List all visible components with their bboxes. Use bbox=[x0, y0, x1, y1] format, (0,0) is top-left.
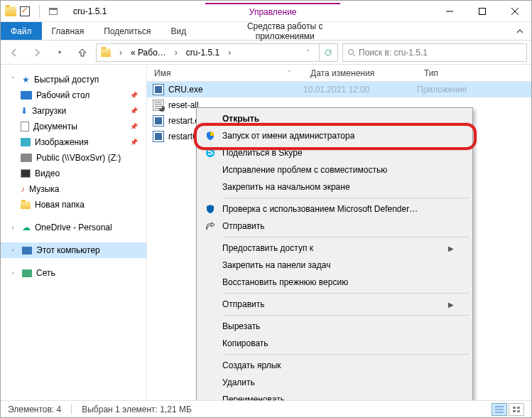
pin-icon: 📌 bbox=[130, 92, 138, 99]
maximize-button[interactable] bbox=[466, 1, 499, 22]
breadcrumb-sep[interactable] bbox=[170, 48, 182, 58]
documents-icon bbox=[21, 122, 29, 132]
minimize-button[interactable] bbox=[433, 1, 466, 22]
menu-run-as-admin[interactable]: Запуск от имени администратора bbox=[198, 127, 471, 144]
address-bar: ▾ « Рабо… cru-1.5.1 ˅ Поиск в: cru-1.5.1 bbox=[1, 41, 531, 65]
sidebar-item-documents[interactable]: Документы📌 bbox=[1, 119, 146, 134]
exe-icon bbox=[153, 115, 164, 127]
svg-rect-13 bbox=[513, 410, 516, 412]
batch-icon bbox=[153, 100, 164, 111]
breadcrumb-seg1[interactable]: « Рабо… bbox=[128, 48, 169, 58]
share-icon bbox=[204, 220, 217, 232]
svg-rect-1 bbox=[479, 8, 486, 14]
nav-forward-button[interactable] bbox=[28, 43, 46, 62]
star-icon: ★ bbox=[22, 75, 30, 85]
sidebar-item-newfolder[interactable]: Новая папка bbox=[1, 197, 146, 213]
status-item-count: Элементов: 4 bbox=[8, 404, 61, 414]
ribbon-collapse-icon[interactable] bbox=[509, 22, 531, 40]
sidebar-this-pc[interactable]: ›Этот компьютер bbox=[1, 242, 146, 258]
folder-icon bbox=[5, 6, 16, 17]
desktop-icon bbox=[21, 91, 32, 100]
sidebar-item-downloads[interactable]: ⬇Загрузки📌 bbox=[1, 103, 146, 119]
pictures-icon bbox=[21, 138, 31, 146]
status-bar: Элементов: 4 Выбран 1 элемент: 1,21 МБ bbox=[1, 400, 531, 417]
breadcrumb-sep[interactable] bbox=[115, 48, 126, 58]
sidebar-item-videos[interactable]: Видео bbox=[1, 166, 146, 181]
file-row[interactable]: CRU.exe 10.01.2021 12:00 Приложение bbox=[147, 82, 531, 97]
column-name[interactable]: Имя˄ bbox=[147, 68, 303, 78]
menu-give-access[interactable]: Предоставить доступ к▶ bbox=[198, 240, 471, 257]
view-details-button[interactable] bbox=[492, 403, 507, 416]
defender-icon bbox=[204, 203, 217, 215]
qat-separator bbox=[33, 6, 45, 17]
context-menu: Открыть Запуск от имени администратора S… bbox=[196, 107, 473, 418]
menu-create-shortcut[interactable]: Создать ярлык bbox=[198, 357, 471, 374]
breadcrumb-dropdown-icon[interactable]: ˅ bbox=[299, 43, 317, 62]
nav-recent-dropdown[interactable]: ▾ bbox=[50, 43, 69, 62]
svg-text:S: S bbox=[207, 148, 213, 157]
menu-open[interactable]: Открыть bbox=[198, 110, 471, 127]
tab-home[interactable]: Главная bbox=[42, 22, 94, 40]
tab-share[interactable]: Поделиться bbox=[94, 22, 161, 40]
sidebar-item-pictures[interactable]: Изображения📌 bbox=[1, 134, 146, 150]
breadcrumb-box[interactable]: « Рабо… cru-1.5.1 ˅ bbox=[96, 43, 338, 62]
sidebar-quick-access[interactable]: ˅★Быстрый доступ bbox=[1, 72, 146, 87]
menu-delete[interactable]: Удалить bbox=[198, 374, 471, 391]
menu-pin-taskbar[interactable]: Закрепить на панели задач bbox=[198, 257, 471, 274]
sidebar-item-desktop[interactable]: Рабочий стол📌 bbox=[1, 87, 146, 103]
search-input[interactable]: Поиск в: cru-1.5.1 bbox=[342, 43, 527, 62]
svg-point-4 bbox=[349, 49, 354, 54]
breadcrumb-seg2[interactable]: cru-1.5.1 bbox=[183, 48, 222, 58]
qat-dropdown-icon[interactable] bbox=[48, 6, 59, 17]
menu-share[interactable]: Отправить bbox=[198, 218, 471, 235]
menu-pin-start[interactable]: Закрепить на начальном экране bbox=[198, 178, 471, 195]
music-icon: ♪ bbox=[21, 184, 25, 194]
network-drive-icon bbox=[21, 154, 32, 162]
navigation-pane: ˅★Быстрый доступ Рабочий стол📌 ⬇Загрузки… bbox=[1, 65, 147, 400]
breadcrumb-root-icon[interactable] bbox=[98, 48, 114, 57]
breadcrumb-sep[interactable] bbox=[224, 48, 235, 58]
svg-rect-12 bbox=[517, 407, 520, 409]
menu-restore-previous[interactable]: Восстановить прежнюю версию bbox=[198, 274, 471, 291]
menu-separator bbox=[222, 315, 469, 316]
menu-separator bbox=[222, 354, 469, 355]
close-button[interactable] bbox=[499, 1, 531, 22]
window-title: cru-1.5.1 bbox=[67, 6, 112, 16]
sidebar-item-public[interactable]: Public (\\VBoxSvr) (Z:) bbox=[1, 150, 146, 166]
exe-icon bbox=[153, 131, 164, 142]
ribbon-tabs: Файл Главная Поделиться Вид Средства раб… bbox=[1, 22, 531, 41]
menu-compat-troubleshoot[interactable]: Исправление проблем с совместимостью bbox=[198, 161, 471, 178]
exe-icon bbox=[153, 84, 164, 95]
column-headers: Имя˄ Дата изменения Тип bbox=[147, 65, 531, 82]
title-bar: cru-1.5.1 Управление bbox=[1, 1, 531, 22]
sidebar-network[interactable]: ›Сеть bbox=[1, 265, 146, 281]
menu-defender-scan[interactable]: Проверка с использованием Microsoft Defe… bbox=[198, 200, 471, 218]
manage-contextual-tab[interactable]: Управление bbox=[205, 3, 340, 19]
sort-indicator-icon: ˄ bbox=[288, 70, 291, 76]
svg-rect-14 bbox=[517, 410, 520, 412]
nav-back-button[interactable] bbox=[5, 43, 23, 62]
pc-icon bbox=[22, 247, 32, 254]
folder-icon bbox=[21, 201, 31, 209]
menu-cut[interactable]: Вырезать bbox=[198, 318, 471, 335]
view-large-icons-button[interactable] bbox=[509, 403, 524, 416]
column-date[interactable]: Дата изменения bbox=[303, 68, 417, 78]
tab-app-tools[interactable]: Средства работы с приложениями bbox=[217, 22, 352, 40]
nav-up-button[interactable] bbox=[73, 43, 92, 62]
column-type[interactable]: Тип bbox=[417, 68, 502, 78]
menu-separator bbox=[222, 237, 469, 237]
menu-send-to[interactable]: Отправить▶ bbox=[198, 296, 471, 313]
tab-file[interactable]: Файл bbox=[1, 22, 42, 40]
menu-separator bbox=[222, 293, 469, 294]
chevron-right-icon: ▶ bbox=[448, 245, 454, 252]
sidebar-onedrive[interactable]: ›☁OneDrive - Personal bbox=[1, 220, 146, 235]
downloads-icon: ⬇ bbox=[21, 106, 28, 116]
menu-skype-share[interactable]: S Поделиться в Skype bbox=[198, 144, 471, 161]
qat-check-icon[interactable] bbox=[19, 6, 31, 17]
shield-icon bbox=[204, 129, 217, 142]
videos-icon bbox=[21, 169, 31, 178]
tab-view[interactable]: Вид bbox=[161, 22, 196, 40]
sidebar-item-music[interactable]: ♪Музыка bbox=[1, 181, 146, 197]
menu-copy[interactable]: Копировать bbox=[198, 335, 471, 352]
refresh-button[interactable] bbox=[319, 44, 336, 61]
